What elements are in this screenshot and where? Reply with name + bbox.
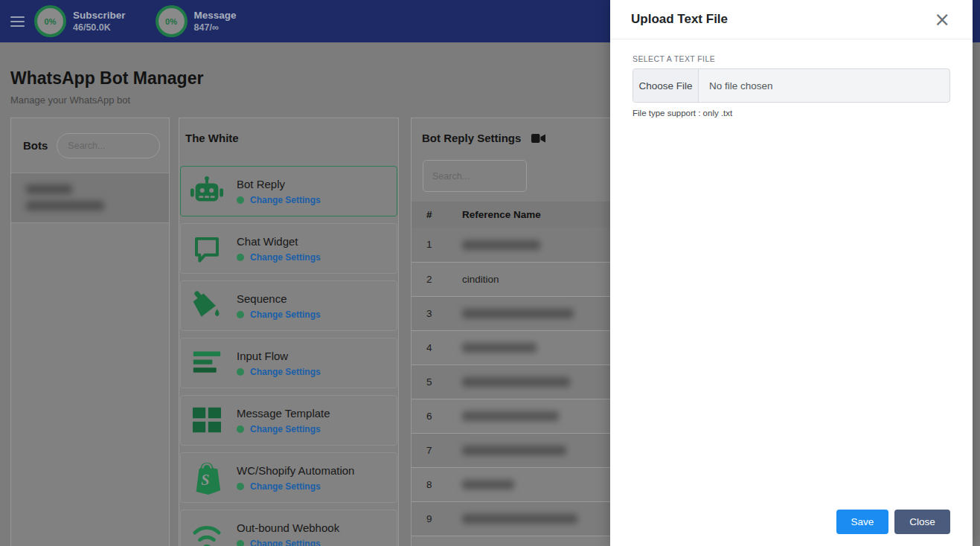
file-input[interactable]: Choose File No file chosen <box>632 68 950 103</box>
modal-backdrop[interactable] <box>0 0 610 546</box>
upload-text-file-modal: Upload Text File × SELECT A TEXT FILE Ch… <box>610 0 973 546</box>
close-button[interactable]: Close <box>894 510 950 534</box>
file-type-helper-text: File type support : only .txt <box>632 109 950 118</box>
modal-title: Upload Text File <box>631 12 728 27</box>
save-button[interactable]: Save <box>836 510 888 534</box>
choose-file-button[interactable]: Choose File <box>633 69 699 102</box>
file-field-label: SELECT A TEXT FILE <box>632 54 950 63</box>
close-icon[interactable]: × <box>934 10 950 29</box>
no-file-chosen-text: No file chosen <box>699 80 773 91</box>
